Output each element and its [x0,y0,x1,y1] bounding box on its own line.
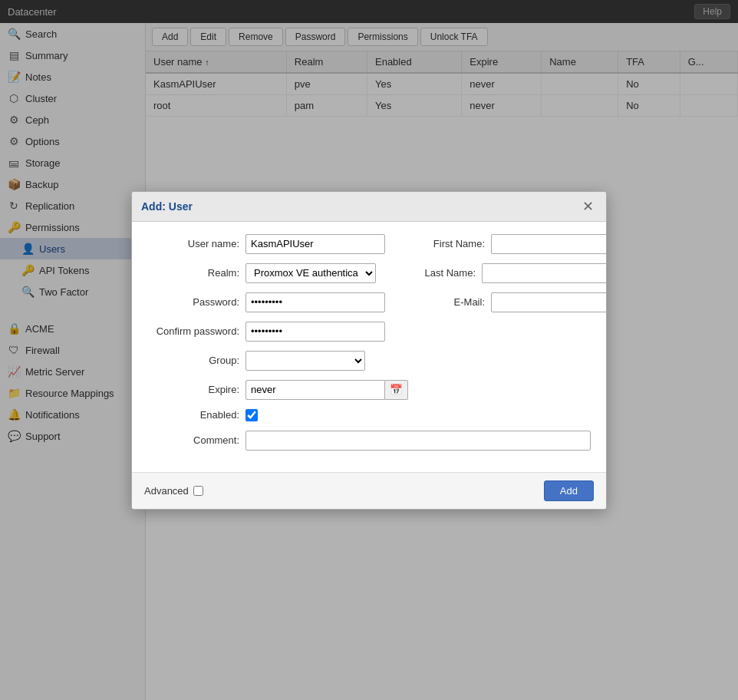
advanced-section: Advanced [144,485,203,497]
form-col-firstname: First Name: [393,234,607,254]
form-row-enabled: Enabled: [147,409,591,421]
realm-select[interactable]: Proxmox VE authentica pam pve [245,263,376,283]
dialog-overlay: Add: User ✕ User name: First Name: [0,0,738,700]
form-col-enabled: Enabled: [147,409,365,421]
expire-label: Expire: [147,384,239,395]
advanced-label: Advanced [144,485,189,497]
form-col-realm: Realm: Proxmox VE authentica pam pve [147,263,376,283]
firstname-label: First Name: [393,238,485,249]
dialog-close-button[interactable]: ✕ [579,198,597,215]
enabled-label: Enabled: [147,409,239,421]
username-input[interactable] [245,234,385,254]
form-col-username: User name: [147,234,385,254]
form-row-username: User name: First Name: [147,234,591,254]
lastname-label: Last Name: [384,267,476,279]
form-col-password: Password: [147,292,385,312]
confirm-password-label: Confirm password: [147,325,239,337]
form-col-expire: Expire: 📅 [147,380,408,400]
add-user-dialog: Add: User ✕ User name: First Name: [131,191,607,510]
comment-row-inner: Comment: [147,431,591,451]
username-label: User name: [147,238,239,249]
form-row-comment: Comment: [147,431,591,451]
comment-input[interactable] [245,431,591,451]
realm-label: Realm: [147,267,239,279]
firstname-input[interactable] [491,234,607,254]
expire-calendar-button[interactable]: 📅 [385,380,408,400]
form-row-confirm-password: Confirm password: [147,322,591,342]
dialog-footer: Advanced Add [132,472,606,509]
email-input[interactable] [491,292,607,312]
dialog-header: Add: User ✕ [132,192,606,222]
email-label: E-Mail: [393,296,485,308]
enabled-checkbox[interactable] [245,409,258,421]
confirm-password-input[interactable] [245,322,385,342]
form-col-email: E-Mail: [393,292,607,312]
dialog-add-button[interactable]: Add [544,480,594,501]
password-label: Password: [147,296,239,308]
group-select[interactable] [245,351,365,371]
form-row-realm: Realm: Proxmox VE authentica pam pve Las… [147,263,591,283]
form-col-group: Group: [147,351,365,371]
group-label: Group: [147,355,239,366]
form-col-lastname: Last Name: [384,263,607,283]
advanced-checkbox[interactable] [193,486,203,496]
form-row-group: Group: [147,351,591,371]
comment-label: Comment: [147,434,239,446]
dialog-title: Add: User [141,200,193,213]
expire-input[interactable] [245,380,385,400]
password-input[interactable] [245,292,385,312]
form-row-expire: Expire: 📅 [147,380,591,400]
expire-input-group: 📅 [245,380,408,400]
lastname-input[interactable] [482,263,607,283]
form-row-password: Password: E-Mail: [147,292,591,312]
dialog-body: User name: First Name: Realm: Proxmox VE… [132,222,606,472]
form-col-confirm-password: Confirm password: [147,322,385,342]
